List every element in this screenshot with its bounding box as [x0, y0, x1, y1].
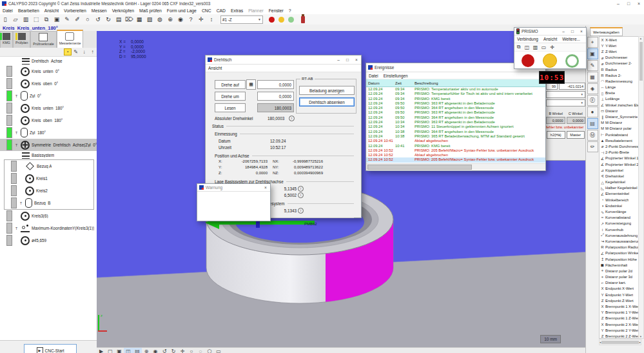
event-row[interactable]: 12.09.24 10:34 PRISMO: 11 Steuerknüppel … — [366, 125, 545, 129]
left-tab[interactable]: Prüfplan — [13, 31, 30, 48]
info-icon[interactable]: i — [298, 186, 304, 192]
werteausgabe-item[interactable]: Y Y-Wert — [600, 43, 641, 48]
menu-item[interactable]: Form und Lage — [164, 8, 199, 13]
event-row[interactable]: 12.09.24 09:50 PRISMO: 363 RT abgesenkt … — [366, 110, 545, 115]
werteausgabe-item[interactable]: R Radius 2- — [600, 72, 641, 78]
calculator-icon[interactable]: ▦ — [246, 79, 256, 90]
werteausgabe-item[interactable]: R Polarposition Radius — [600, 245, 641, 250]
werteausgabe-item[interactable]: ↔ Länge — [600, 85, 641, 90]
scrollbar-thumb[interactable] — [601, 341, 638, 344]
werteausgabe-item[interactable]: ∿ Kurvenlänge — [600, 208, 641, 214]
tree-row[interactable]: T Symmetrie_Drehtisch_Achse(Zyl_0°,Zyl_1… — [0, 139, 97, 151]
comment-icon[interactable]: ▪ — [64, 48, 72, 55]
werteausgabe-item[interactable]: X X-Wert — [600, 37, 641, 43]
tree-row[interactable]: Basissystem — [0, 151, 97, 159]
werteausgabe-item[interactable]: △ Kegelwinkel — [600, 179, 641, 185]
menu-item[interactable]: Planner — [246, 8, 266, 13]
event-row[interactable]: 12.09.24 09:50 PRISMO: 364 RT angehoben … — [366, 106, 545, 110]
menu-weitere[interactable]: Weitere... — [560, 37, 583, 41]
werteausgabe-item[interactable]: Y Endpunkt Y-Wert — [600, 292, 641, 298]
move-up-icon[interactable]: ↑ — [88, 49, 97, 55]
werteausgabe-item[interactable]: Z Z-Wert — [600, 48, 641, 54]
close-button[interactable]: × — [261, 183, 270, 192]
drehe-um-button[interactable]: Drehe um — [215, 92, 246, 101]
event-row[interactable]: 12.09.24 10:38 PRISMO: 365 RT Beladeüber… — [366, 134, 545, 139]
event-row[interactable]: 12.09.24 09:50 PRISMO: 364 RT angehoben … — [366, 116, 545, 120]
werteausgabe-item[interactable]: ⊿ Kippwinkel — [600, 167, 641, 173]
werteausgabe-item[interactable]: ◑ Endwinkel — [600, 203, 641, 208]
werteausgabe-item[interactable]: ∠ Polarposition Winkel — [600, 250, 641, 256]
event-row[interactable]: 12.09.24 09:34 PRISMO: KMG bereit — [366, 97, 545, 101]
event-row[interactable]: 12.09.24 09:34 PRISMO: Temperaturtaster … — [366, 87, 545, 92]
info-icon[interactable]: i — [289, 116, 295, 121]
stylus-combo[interactable]: #1 -Z▼ — [220, 15, 263, 24]
werteausgabe-item[interactable]: Z Brennpunkt 2 Z-Wert — [600, 333, 641, 339]
menu-einstellungen[interactable]: Einstellungen — [381, 74, 411, 78]
tree-row[interactable]: Kreis_unten_180° — [0, 102, 97, 114]
menu-item[interactable]: Fenster — [266, 8, 286, 13]
werteausgabe-item[interactable]: ∢ Drehwinkel — [600, 173, 641, 179]
tree-row[interactable]: T Zyl_0° — [0, 90, 97, 102]
left-tab[interactable]: Prüfmerkmale — [30, 31, 56, 48]
werteausgabe-item[interactable]: Z Brennpunkt 1 Z-Wert — [600, 316, 641, 321]
event-row[interactable]: 12.09.24 10:41 PRISMO: KMG bereit — [366, 144, 545, 148]
tree-row[interactable]: Kreis_unten_0° — [0, 65, 97, 77]
werteausgabe-item[interactable]: ⌖ Distanz polar 2d — [600, 268, 641, 274]
tree-row[interactable]: Kreis1 — [4, 172, 94, 185]
werteausgabe-item[interactable]: ⤢ Kurvenausdehnung — [600, 232, 641, 238]
info-icon[interactable]: i — [298, 208, 304, 214]
werteausgabe-item[interactable]: M M-Distanz — [600, 120, 641, 126]
scrollbar-thumb[interactable] — [367, 165, 472, 170]
close-button[interactable]: × — [352, 55, 361, 64]
minimize-button[interactable]: – — [613, 0, 623, 7]
cnc-start-button[interactable]: ▶ CNC-Start — [24, 344, 77, 353]
tree-row[interactable]: Drehtisch_Achse — [0, 57, 97, 65]
drehtisch-titlebar[interactable]: Drehtisch – □ × — [206, 55, 361, 65]
werteausgabe-item[interactable]: X Brennpunkt 1 X-Wert — [600, 303, 641, 309]
maximize-button[interactable]: □ — [343, 55, 352, 64]
menu-item[interactable]: CAD — [214, 8, 228, 13]
menu-item[interactable]: Vorbereiten — [61, 8, 89, 13]
menu-item[interactable]: CNC — [199, 8, 214, 13]
tree-row[interactable]: T Bezug_B — [4, 197, 94, 210]
horizontal-scrollbar[interactable] — [366, 163, 545, 170]
minimize-button[interactable]: – — [559, 27, 568, 35]
scrollbar-thumb[interactable] — [639, 42, 643, 81]
menu-ansicht[interactable]: Ansicht — [206, 66, 224, 70]
beladung-anzeigen-button[interactable]: Beladung anzeigen — [299, 86, 355, 95]
tree-row[interactable]: Bezug A — [4, 159, 94, 172]
vertical-scrollbar[interactable]: ▴ ▾ — [638, 36, 644, 339]
menu-item[interactable]: Extras — [228, 8, 246, 13]
werteausgabe-item[interactable]: ∠ Elementwinkel — [600, 191, 641, 197]
dropdown-2[interactable]: ▼ — [546, 99, 585, 106]
werteausgabe-item[interactable]: ≈ Kurvenabstand — [600, 215, 641, 221]
warnung-titlebar[interactable]: Warnung × — [197, 184, 270, 192]
left-tab[interactable]: Messelemente — [57, 30, 84, 48]
event-row[interactable]: 12.09.24 10:52 Ablauf abgebrochen — [366, 153, 545, 157]
werteausgabe-item[interactable]: ▭ Distanz — [600, 108, 641, 114]
menu-verbindung[interactable]: Verbindung — [514, 37, 541, 41]
werteausgabe-item[interactable]: ▯ Breite — [600, 90, 641, 96]
werteausgabe-item[interactable]: R Radius — [600, 66, 641, 72]
werteausgabe-item[interactable]: X Brennpunkt 2 X-Wert — [600, 321, 641, 327]
werteausgabe-item[interactable]: ⊥ Lotlänge — [600, 96, 641, 102]
drehtisch-absenken-button[interactable]: Drehtisch absenken — [299, 97, 355, 106]
werteausgabe-item[interactable]: ∡ Projizierter Winkel 1- — [600, 156, 641, 161]
event-row[interactable]: 12.09.24 10:52 PRISMO: 205 Befehl/Macro=… — [366, 148, 545, 153]
werteausgabe-item[interactable]: ⌀ 2-Punkt Durchmesser — [600, 143, 641, 149]
menu-item[interactable]: Datei — [0, 8, 15, 13]
werteausgaben-tab[interactable]: Werteausgaben — [590, 27, 623, 36]
event-row[interactable]: 12.09.24 09:50 PRISMO: 363 RT abgesenkt … — [366, 101, 545, 106]
event-row[interactable]: 12.09.24 10:41 Ablauf abgebrochen — [366, 139, 545, 143]
event-row[interactable]: 12.09.24 09:34 PRISMO: Temperaturfühler … — [366, 92, 545, 96]
horizontal-scrollbar[interactable]: ◂ ▸ — [599, 339, 641, 345]
menu-item[interactable]: Bearbeiten — [15, 8, 42, 13]
drehe-auf-field[interactable]: 0,0000 — [257, 80, 294, 89]
menu-item[interactable]: ? — [286, 8, 294, 13]
prismo-titlebar[interactable]: PRISMO – □ × — [514, 28, 586, 35]
drehe-um-field[interactable]: 0,0000 — [257, 92, 294, 101]
werteausgabe-item[interactable]: ⌀ Durchmesser 2- — [600, 61, 641, 66]
werteausgabe-item[interactable]: ◠ Radienmessung — [600, 78, 641, 84]
tree-row[interactable]: Kreis_oben_0° — [0, 77, 97, 90]
werteausgabe-item[interactable]: ↕ Kurvenhub — [600, 227, 641, 232]
